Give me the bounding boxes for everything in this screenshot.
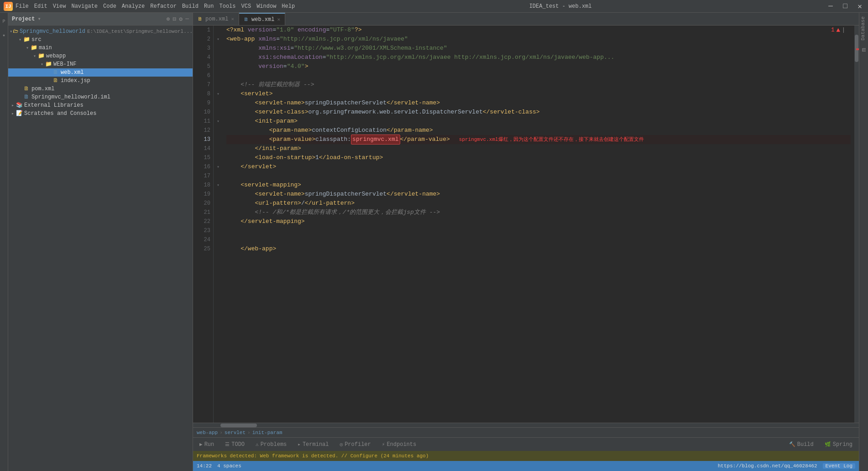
fold-8-icon[interactable]: ▾ [217,91,220,97]
endpoints-tool[interactable]: ⚡ Endpoints [379,440,419,449]
minimize-button[interactable]: ─ [826,2,835,10]
h-scrollbar-thumb[interactable] [220,424,257,427]
line-num-20: 20 [204,199,210,208]
tree-indexjsp[interactable]: 🗎 index.jsp [8,77,193,85]
line-num-22: 22 [204,217,210,226]
code-line-2: <web-app xmlns="http://xmlns.jcp.org/xml… [226,35,851,44]
maximize-button[interactable]: □ [841,2,850,10]
tree-webinf[interactable]: ▾ 📁 WEB-INF [8,60,193,68]
close-button[interactable]: ✕ [855,2,864,11]
gutter-18[interactable]: ▾ [214,181,223,190]
hide-panel-icon[interactable]: ─ [185,16,189,23]
tree-root[interactable]: ▾ 🗁 Springmvc_helloworld E:\IDEA_test\Sp… [8,27,193,36]
gutter-11[interactable]: ▾ [214,117,223,126]
tree-webxml[interactable]: 🗎 web.xml [8,68,193,77]
menu-file[interactable]: File [16,3,29,10]
window-controls[interactable]: ─ □ ✕ [826,2,864,11]
menu-help[interactable]: Help [282,3,295,10]
status-right: https://blog.csdn.net/qq_46028462 Event … [718,463,855,469]
menu-view[interactable]: View [53,3,66,10]
tab-pom[interactable]: 🗎 pom.xml ✕ [193,13,239,25]
code-line-5: version="4.0"> [226,62,851,71]
menu-bar[interactable]: File Edit View Navigate Code Analyze Ref… [16,3,295,10]
status-url: https://blog.csdn.net/qq_46028462 [718,463,817,469]
breadcrumb-servlet[interactable]: servlet [225,430,246,435]
code-line-19: <servlet-name> springDispatcherServlet <… [226,190,851,199]
root-arrow[interactable]: ▾ [9,29,12,34]
gutter-25 [214,244,223,254]
src-arrow[interactable]: ▾ [17,37,23,42]
title-bar-left: IJ File Edit View Navigate Code Analyze … [4,2,295,11]
terminal-tool[interactable]: ▸ Terminal [295,440,331,449]
breadcrumb-webap[interactable]: web-app [197,430,218,435]
todo-tool[interactable]: ☰ TODO [222,440,247,449]
menu-tools[interactable]: Tools [220,3,236,10]
main-arrow[interactable]: ▾ [25,45,30,51]
gutter-8[interactable]: ▾ [214,89,223,98]
event-log-label[interactable]: Event Log [823,463,855,469]
gutter-13 [214,135,223,144]
project-dropdown-icon[interactable]: ▾ [37,16,41,22]
profiler-tool[interactable]: ◎ Profiler [337,440,374,449]
run-tool[interactable]: ▶ Run [197,440,217,449]
code-line-8: <servlet> [226,89,851,98]
locate-icon[interactable]: ⊕ [167,16,170,23]
webxml-tab-close[interactable]: ✕ [277,16,280,22]
editor-area: 🗎 pom.xml ✕ 🗎 web.xml ✕ 1 ▲ | 1 [193,13,859,471]
fold-16-icon[interactable]: ▾ [217,164,220,170]
code-line-16: </servlet> [226,162,851,171]
scratches-arrow[interactable]: ▸ [10,111,16,116]
pom-tab-close[interactable]: ✕ [231,16,234,22]
settings-icon[interactable]: ⚙ [179,16,183,23]
code-content[interactable]: <?xml version="1.0" encoding="UTF-8" ?> … [223,26,854,423]
webapp-arrow[interactable]: ▾ [32,53,37,59]
webinf-arrow[interactable]: ▾ [39,62,45,67]
breadcrumb-initparam[interactable]: init-param [252,430,282,435]
project-title: Project [12,16,35,22]
menu-analyze[interactable]: Analyze [122,3,145,10]
window-title: IDEA_test - web.xml [529,3,592,10]
problems-tool[interactable]: ⚠ Problems [253,440,289,449]
tree-scratches[interactable]: ▸ 📝 Scratches and Consoles [8,109,193,118]
line-num-1: 1 [207,26,210,35]
menu-refactor[interactable]: Refactor [150,3,177,10]
menu-window[interactable]: Window [256,3,276,10]
tree-iml[interactable]: 🗎 Springmvc_helloworld.iml [8,93,193,101]
fold-18-icon[interactable]: ▾ [217,182,220,188]
fav-icon[interactable]: ★ [0,28,8,42]
gutter-2[interactable]: ▾ [214,35,223,44]
maven-tab[interactable]: m [859,44,868,55]
menu-build[interactable]: Build [182,3,199,10]
fold-11-icon[interactable]: ▾ [217,119,220,124]
project-tree: ▾ 🗁 Springmvc_helloworld E:\IDEA_test\Sp… [8,26,193,471]
menu-edit[interactable]: Edit [34,3,47,10]
collapse-icon[interactable]: ⊟ [173,16,177,23]
fold-2-icon[interactable]: ▾ [217,36,220,42]
gutter-5 [214,62,223,71]
horizontal-scrollbar[interactable] [193,423,859,427]
tree-main[interactable]: ▾ 📁 main [8,44,193,52]
menu-code[interactable]: Code [103,3,116,10]
spring-tool[interactable]: 🌿 Spring [822,440,855,449]
editor-scrollbar[interactable] [854,26,859,423]
project-icon[interactable]: P [0,15,8,28]
tree-webapp[interactable]: ▾ 📁 webapp [8,52,193,60]
build-tool[interactable]: 🔨 Build [786,440,816,449]
tree-src[interactable]: ▾ 📁 src [8,36,193,44]
menu-vcs[interactable]: VCS [241,3,251,10]
menu-run[interactable]: Run [204,3,214,10]
line-num-3: 3 [207,44,210,53]
code-line-9: <servlet-name> springDispatcherServlet <… [226,98,851,108]
tree-pom[interactable]: 🗎 pom.xml [8,85,193,93]
database-tab[interactable]: Database [859,13,868,44]
tree-extlibs[interactable]: ▸ 📚 External Libraries [8,101,193,109]
gutter-15 [214,153,223,162]
tab-webxml[interactable]: 🗎 web.xml ✕ [239,13,285,25]
extlibs-arrow[interactable]: ▸ [10,103,16,108]
code-line-20: <url-pattern> / </url-pattern> [226,199,851,208]
menu-navigate[interactable]: Navigate [71,3,98,10]
code-line-3: xmlns:xsi="http://www.w3.org/2001/XMLSch… [226,44,851,53]
gutter-14 [214,144,223,153]
error-up-arrow[interactable]: ▲ [836,26,840,34]
gutter-16[interactable]: ▾ [214,162,223,171]
